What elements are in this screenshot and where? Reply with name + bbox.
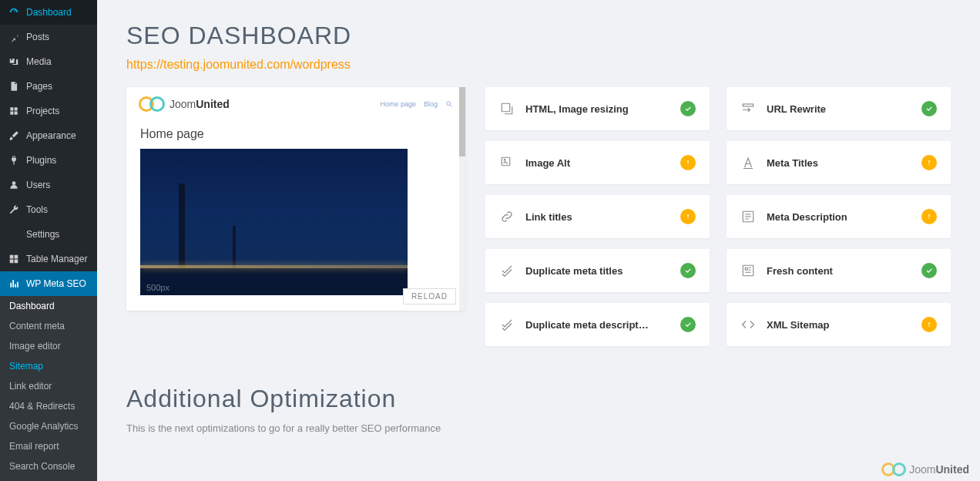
section-title: Additional Optimization (126, 385, 951, 413)
seo-card[interactable]: URL Rewrite (727, 87, 951, 130)
projects-icon (8, 105, 20, 117)
sub-settings[interactable]: Settings (0, 476, 97, 481)
card-label: Meta Description (767, 211, 911, 223)
menu-projects[interactable]: Projects (0, 99, 97, 123)
seo-card[interactable]: Fresh content (727, 249, 951, 292)
watermark: 500px (146, 283, 169, 292)
seo-card[interactable]: Link titles (485, 195, 710, 238)
menu-label: WP Meta SEO (26, 278, 86, 289)
link-icon (499, 209, 515, 224)
media-icon (8, 56, 20, 68)
desc-icon (740, 209, 756, 224)
gauge-icon (8, 6, 20, 18)
check2-icon (499, 317, 515, 332)
code-icon (740, 317, 756, 332)
card-label: Duplicate meta titles (525, 265, 670, 277)
pin-icon (8, 31, 20, 43)
check2-icon (499, 263, 515, 278)
svg-point-4 (504, 160, 505, 161)
preview-scrollbar[interactable] (459, 87, 465, 311)
image-resize-icon (499, 101, 515, 116)
sub-email-report[interactable]: Email report (0, 436, 97, 456)
card-label: Duplicate meta descript… (525, 319, 670, 331)
status-warn-icon (680, 209, 696, 224)
menu-pages[interactable]: Pages (0, 74, 97, 99)
footer-logo: JoomUnited (881, 462, 969, 476)
svg-rect-7 (743, 265, 753, 276)
search-icon (445, 100, 453, 108)
menu-posts[interactable]: Posts (0, 25, 97, 49)
status-warn-icon (921, 155, 937, 170)
admin-sidebar: Dashboard Posts Media Pages Projects App… (0, 0, 97, 481)
sub-sitemap[interactable]: Sitemap (0, 356, 97, 376)
status-ok-icon (921, 101, 937, 116)
card-label: Image Alt (525, 157, 670, 169)
menu-label: Posts (26, 32, 49, 42)
menu-table-manager[interactable]: Table Manager (0, 247, 97, 271)
content-icon (740, 263, 756, 278)
menu-label: Plugins (26, 155, 56, 166)
menu-users[interactable]: Users (0, 173, 97, 197)
seo-card[interactable]: XML Sitemap (727, 303, 951, 346)
brush-icon (8, 130, 20, 142)
preview-nav: Home pageBlog (380, 100, 453, 108)
chart-icon (8, 278, 20, 290)
status-ok-icon (921, 263, 937, 278)
sub-google-analytics[interactable]: Google Analytics (0, 416, 97, 436)
sub-content-meta[interactable]: Content meta (0, 316, 97, 336)
main-content: SEO DASHBOARD https://testing.joomunited… (97, 0, 980, 481)
status-ok-icon (680, 263, 696, 278)
status-ok-icon (680, 317, 696, 332)
menu-settings[interactable]: Settings (0, 222, 97, 247)
seo-card[interactable]: Meta Description (727, 195, 951, 238)
menu-label: Dashboard (26, 7, 72, 18)
seo-card[interactable]: Meta Titles (727, 141, 951, 184)
menu-label: Appearance (26, 130, 76, 141)
preview-heading: Home page (140, 127, 451, 141)
menu-label: Table Manager (26, 254, 87, 264)
menu-appearance[interactable]: Appearance (0, 123, 97, 148)
menu-dashboard[interactable]: Dashboard (0, 0, 97, 25)
sub-image-editor[interactable]: Image editor (0, 336, 97, 356)
section-subtitle: This is the next optimizations to go for… (126, 422, 951, 434)
seo-card[interactable]: Image Alt (485, 141, 710, 184)
sub-search-console[interactable]: Search Console (0, 456, 97, 476)
card-label: Meta Titles (767, 157, 911, 169)
page-icon (8, 80, 20, 92)
svg-rect-5 (743, 104, 753, 106)
seo-card[interactable]: Duplicate meta descript… (485, 303, 710, 346)
sub-link-editor[interactable]: Link editor (0, 376, 97, 396)
svg-rect-2 (502, 103, 510, 112)
seo-card[interactable]: HTML, Image resizing (485, 87, 710, 130)
menu-label: Users (26, 180, 50, 190)
sub-404-redirects[interactable]: 404 & Redirects (0, 396, 97, 416)
sub-dashboard[interactable]: Dashboard (0, 296, 97, 316)
menu-label: Settings (26, 229, 59, 240)
card-label: Link titles (525, 211, 670, 223)
menu-tools[interactable]: Tools (0, 197, 97, 222)
status-ok-icon (680, 101, 696, 116)
card-label: Fresh content (767, 265, 911, 277)
menu-label: Tools (26, 204, 48, 215)
grid-icon (8, 253, 20, 265)
seo-card[interactable]: Duplicate meta titles (485, 249, 710, 292)
joomunited-logo: JoomUnited (139, 96, 230, 112)
status-warn-icon (921, 209, 937, 224)
menu-media[interactable]: Media (0, 49, 97, 74)
menu-plugins[interactable]: Plugins (0, 148, 97, 173)
menu-label: Projects (26, 106, 59, 116)
plug-icon (8, 154, 20, 166)
sliders-icon (8, 228, 20, 240)
card-label: HTML, Image resizing (525, 103, 670, 115)
reload-button[interactable]: RELOAD (403, 288, 456, 304)
menu-wp-meta-seo[interactable]: WP Meta SEO (0, 271, 97, 296)
user-icon (8, 179, 20, 191)
menu-label: Media (26, 56, 52, 67)
status-warn-icon (680, 155, 696, 170)
svg-point-1 (447, 102, 451, 106)
card-label: XML Sitemap (767, 319, 911, 331)
card-label: URL Rewrite (767, 103, 911, 115)
site-preview: JoomUnited Home pageBlog Home page 500px… (126, 87, 465, 311)
page-title: SEO DASHBOARD (126, 22, 951, 50)
submenu-wp-meta-seo: Dashboard Content meta Image editor Site… (0, 296, 97, 481)
